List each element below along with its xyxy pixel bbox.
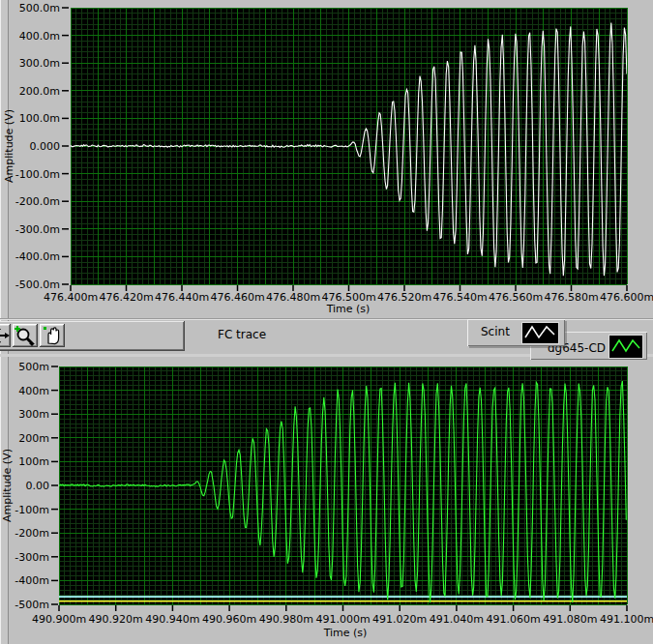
y-tick-label: 500m — [18, 361, 49, 373]
y-tick-label: 200m — [18, 432, 49, 445]
x-axis-label-top: Time (s) — [256, 303, 440, 315]
y-tick-label: 300m — [18, 408, 49, 421]
x-tick-label: 476.420m — [99, 291, 153, 304]
magnifier-plus-icon — [13, 324, 38, 347]
y-tick-label: -200m — [15, 527, 49, 540]
cursor-tool-button[interactable] — [0, 324, 11, 347]
dg645-cd-waveform-sample-icon — [608, 335, 643, 359]
y-tick-label: -300m — [15, 551, 49, 564]
legend-scint[interactable]: Scint — [467, 319, 565, 346]
y-tick-label: 200.0m — [19, 85, 60, 98]
x-tick-label: 476.560m — [489, 291, 543, 304]
x-tick-label: 491.020m — [372, 613, 427, 626]
x-tick-label: 490.980m — [259, 613, 313, 626]
hand-icon — [40, 324, 65, 347]
y-tick-label: -400m — [15, 574, 49, 587]
x-tick-label: 490.960m — [202, 613, 256, 626]
labview-front-panel: { "window": { "width": 675, "height": 66… — [0, 0, 653, 644]
x-axis-label-bottom: Time (s) — [253, 627, 437, 639]
y-tick-label: 500.0m — [19, 2, 60, 15]
x-tick-label: 476.440m — [155, 291, 209, 304]
y-tick-label: 0.000 — [30, 140, 61, 153]
y-tick-label: -100.0m — [15, 168, 60, 181]
zoom-tool-button[interactable] — [13, 324, 38, 347]
pan-tool-button[interactable] — [40, 324, 65, 347]
y-tick-label: 100.0m — [19, 112, 60, 125]
y-tick-label: -500m — [15, 599, 49, 611]
x-tick-label: 490.940m — [145, 613, 199, 626]
y-tick-label: 100m — [18, 455, 49, 468]
x-tick-label: 491.080m — [543, 613, 597, 626]
graph-palette — [0, 321, 185, 351]
x-tick-label: 490.920m — [89, 613, 143, 626]
crosshair-icon — [0, 324, 11, 347]
fc-trace-graph[interactable]: 490.900m490.920m490.940m490.960m490.980m… — [0, 353, 653, 644]
y-tick-label: -100m — [15, 504, 49, 516]
y-tick-label: -200.0m — [15, 195, 60, 208]
x-tick-label: 476.600m — [600, 291, 653, 304]
y-tick-label: 400.0m — [19, 30, 60, 43]
y-tick-label: -400.0m — [15, 250, 60, 263]
scint-waveform-sample-icon — [521, 322, 559, 344]
x-tick-label: 490.900m — [32, 613, 86, 626]
x-tick-label: 491.040m — [430, 613, 484, 626]
x-tick-label: 491.000m — [315, 613, 370, 626]
legend-label-scint: Scint — [481, 325, 510, 338]
x-tick-label: 476.580m — [544, 291, 598, 304]
x-tick-label: 476.400m — [44, 291, 98, 304]
y-tick-label: 400m — [18, 385, 49, 397]
scint-graph[interactable]: 476.400m476.420m476.440m476.460m476.480m… — [0, 0, 653, 321]
x-tick-label: 491.100m — [600, 613, 653, 626]
x-tick-label: 491.060m — [486, 613, 540, 626]
y-tick-label: -300.0m — [15, 223, 60, 236]
y-axis-label-bottom: Amplitude (V) — [1, 428, 15, 542]
y-tick-label: -500.0m — [15, 278, 60, 291]
graph-title: FC trace — [218, 328, 266, 341]
y-tick-label: 0.00 — [26, 480, 50, 492]
y-tick-label: 300.0m — [19, 57, 60, 70]
x-tick-label: 476.540m — [432, 291, 487, 304]
y-axis-label-top: Amplitude (V) — [3, 89, 16, 203]
